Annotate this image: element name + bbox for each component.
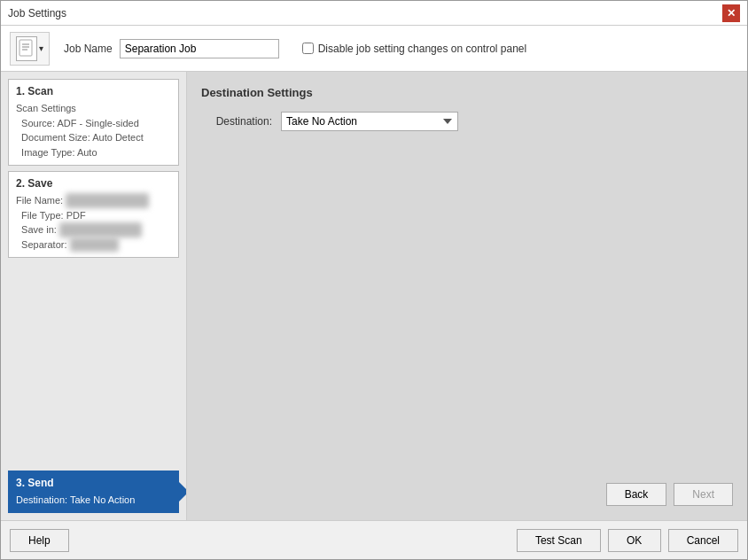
- step-save[interactable]: 2. Save File Name: xxxxxxxxxxxxxxxxx Fil…: [8, 171, 179, 258]
- destination-label: Destination:: [201, 115, 272, 128]
- main-content: 1. Scan Scan Settings Source: ADF - Sing…: [1, 72, 747, 520]
- step-send-title: 3. Send: [16, 477, 171, 489]
- section-title: Destination Settings: [201, 86, 733, 99]
- document-icon: [16, 36, 37, 61]
- savein-blurred: xxxxxxxxxxxxxxxxx: [59, 222, 143, 237]
- left-panel: 1. Scan Scan Settings Source: ADF - Sing…: [1, 72, 187, 520]
- destination-row: Destination: Take No Action Email Print …: [201, 112, 733, 131]
- step-send-details: Destination: Take No Action: [16, 493, 171, 508]
- footer-right: Test Scan OK Cancel: [517, 529, 738, 552]
- job-name-area: Job Name: [64, 39, 279, 58]
- step-scan-title: 1. Scan: [16, 85, 171, 97]
- job-name-label: Job Name: [64, 43, 113, 55]
- footer: Help Test Scan OK Cancel: [1, 520, 747, 559]
- step-scan-details: Scan Settings Source: ADF - Single-sided…: [16, 101, 171, 159]
- destination-select[interactable]: Take No Action Email Print FTP: [281, 112, 458, 131]
- toolbar: ▾ Job Name Disable job setting changes o…: [1, 26, 747, 72]
- next-button[interactable]: Next: [674, 483, 733, 506]
- ok-button[interactable]: OK: [608, 529, 661, 552]
- back-button[interactable]: Back: [606, 483, 667, 506]
- disable-checkbox[interactable]: [302, 43, 314, 54]
- bottom-buttons: Back Next: [201, 474, 733, 506]
- main-window: Job Settings ✕ ▾ Job Name Disable job se…: [0, 0, 748, 560]
- step-save-title: 2. Save: [16, 177, 171, 190]
- disable-checkbox-label: Disable job setting changes on control p…: [318, 43, 527, 55]
- right-panel: Destination Settings Destination: Take N…: [187, 72, 747, 520]
- test-scan-button[interactable]: Test Scan: [517, 529, 601, 552]
- separator-blurred: xxxxxxxxxx: [70, 237, 119, 253]
- close-button[interactable]: ✕: [722, 4, 740, 22]
- help-button[interactable]: Help: [10, 529, 69, 552]
- cancel-button[interactable]: Cancel: [668, 529, 738, 552]
- disable-checkbox-area: Disable job setting changes on control p…: [302, 43, 527, 55]
- step-send[interactable]: 3. Send Destination: Take No Action: [8, 471, 179, 514]
- window-title: Job Settings: [8, 7, 66, 19]
- footer-left: Help: [10, 529, 69, 552]
- svg-rect-0: [19, 40, 32, 56]
- filename-blurred: xxxxxxxxxxxxxxxxx: [66, 193, 149, 208]
- toolbar-dropdown-arrow[interactable]: ▾: [39, 43, 43, 53]
- document-icon-button[interactable]: ▾: [10, 32, 50, 66]
- title-bar: Job Settings ✕: [1, 1, 747, 26]
- job-name-input[interactable]: [120, 39, 279, 58]
- step-save-details: File Name: xxxxxxxxxxxxxxxxx File Type: …: [16, 193, 171, 252]
- destination-section: Destination Settings Destination: Take N…: [201, 86, 733, 140]
- step-scan[interactable]: 1. Scan Scan Settings Source: ADF - Sing…: [8, 79, 179, 166]
